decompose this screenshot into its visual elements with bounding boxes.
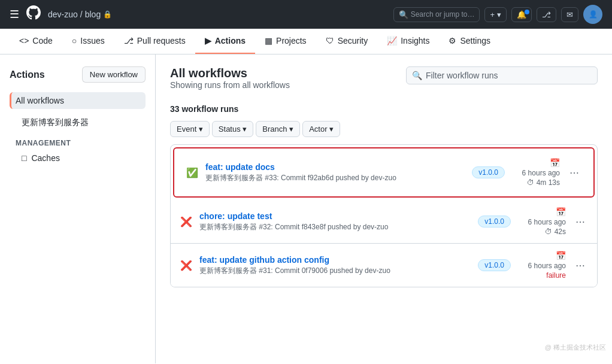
hamburger-menu[interactable]: ☰: [10, 8, 19, 21]
more-options-button[interactable]: ⋯: [567, 165, 581, 181]
sidebar-item-update-blog[interactable]: 更新博客到服务器: [10, 114, 146, 132]
main-content: All workflows Showing runs from all work…: [156, 54, 612, 363]
clock-icon: ⏱: [527, 178, 534, 187]
workflow-info: chore: update test 更新博客到服务器 #32: Commit …: [199, 211, 471, 232]
workflow-run-row[interactable]: ❌ chore: update test 更新博客到服务器 #32: Commi…: [171, 200, 597, 244]
workflow-tag: v1.0.0: [472, 166, 505, 178]
status-success-icon: ✅: [186, 167, 198, 178]
tab-settings-label: Settings: [460, 36, 490, 46]
notification-button[interactable]: 🔔: [511, 7, 532, 22]
dropdown-arrow: ▾: [497, 10, 501, 19]
workflow-tag: v1.0.0: [478, 259, 511, 271]
tab-security[interactable]: 🛡 Security: [316, 29, 378, 54]
sidebar: Actions New workflow All workflows 更新博客到…: [0, 54, 156, 363]
sidebar-title: Actions: [10, 69, 45, 80]
workflow-run-row[interactable]: ✅ feat: update docs 更新博客到服务器 #33: Commit…: [177, 151, 591, 194]
event-filter-label: Event ▾: [177, 125, 203, 134]
search-button[interactable]: 🔍 Search or jump to…: [393, 7, 480, 22]
calendar-icon: 📅: [550, 158, 560, 168]
sidebar-item-all-workflows[interactable]: All workflows: [10, 92, 146, 109]
inbox-icon: ✉: [566, 10, 573, 19]
workflow-duration: ⏱ 42s: [545, 228, 566, 236]
pr-icon: ⎇: [124, 36, 134, 46]
tab-actions-label: Actions: [215, 36, 246, 46]
inbox-button[interactable]: ✉: [561, 7, 578, 22]
event-filter-button[interactable]: Event ▾: [170, 121, 210, 137]
tab-issues[interactable]: ○ Issues: [62, 29, 114, 54]
workflow-run-name[interactable]: chore: update test: [199, 211, 471, 221]
tab-pr-label: Pull requests: [137, 36, 186, 46]
workflow-run-name[interactable]: feat: update docs: [205, 162, 465, 172]
workflow-time: 6 hours ago: [522, 169, 560, 177]
clock-icon: ⏱: [545, 228, 552, 236]
workflow-time-section: 📅 6 hours ago ⏱ 42s: [518, 207, 566, 236]
avatar[interactable]: 👤: [583, 5, 602, 24]
github-logo[interactable]: [26, 5, 41, 23]
filter-wrap: 🔍: [406, 66, 598, 84]
repo-name-link[interactable]: blog: [85, 10, 101, 19]
new-workflow-button[interactable]: New workflow: [82, 66, 146, 83]
tab-code[interactable]: <> Code: [10, 29, 62, 54]
workflow-item-label: 更新博客到服务器: [22, 117, 89, 128]
more-options-button[interactable]: ⋯: [573, 257, 587, 274]
more-options-button[interactable]: ⋯: [573, 214, 587, 230]
actor-filter-button[interactable]: Actor ▾: [302, 121, 340, 137]
workflow-run-name[interactable]: feat: update github action config: [199, 255, 471, 265]
tab-settings[interactable]: ⚙ Settings: [439, 29, 500, 54]
notification-dot: [525, 10, 529, 14]
main-layout: Actions New workflow All workflows 更新博客到…: [0, 54, 612, 363]
tab-projects-label: Projects: [276, 36, 307, 46]
filter-bar: Event ▾ Status ▾ Branch ▾ Actor ▾: [170, 121, 598, 137]
actor-filter-label: Actor ▾: [309, 125, 334, 134]
settings-icon: ⚙: [449, 36, 456, 46]
filter-search-icon: 🔍: [412, 71, 422, 80]
workflow-run-meta: 更新博客到服务器 #33: Commit f92ab6d pushed by d…: [205, 173, 465, 183]
tab-actions[interactable]: ▶ Actions: [195, 29, 255, 54]
lock-icon: 🔒: [103, 10, 112, 19]
failure-text: failure: [546, 271, 566, 280]
page-title: All workflows: [170, 66, 290, 80]
new-menu-button[interactable]: + ▾: [484, 7, 507, 22]
workflow-run-meta: 更新博客到服务器 #32: Commit f843e8f pushed by d…: [199, 222, 471, 232]
tab-code-label: Code: [32, 36, 52, 46]
all-workflows-label: All workflows: [16, 96, 64, 105]
workflow-tag: v1.0.0: [478, 216, 511, 228]
workflow-count: 33 workflow runs: [170, 104, 598, 114]
top-navigation: ☰ dev-zuo / blog 🔒 🔍 Search or jump to… …: [0, 0, 612, 29]
tab-projects[interactable]: ▦ Projects: [255, 29, 316, 54]
projects-icon: ▦: [265, 36, 272, 46]
plus-label: +: [490, 10, 495, 19]
workflow-runs-table: ✅ feat: update docs 更新博客到服务器 #33: Commit…: [170, 144, 598, 287]
workflow-duration: ⏱ 4m 13s: [527, 178, 560, 187]
workflow-info: feat: update github action config 更新博客到服…: [199, 255, 471, 276]
workflow-row-highlighted: ✅ feat: update docs 更新博客到服务器 #33: Commit…: [173, 147, 595, 198]
branch-filter-button[interactable]: Branch ▾: [256, 121, 300, 137]
status-filter-label: Status ▾: [219, 125, 247, 134]
caches-label: Caches: [31, 153, 59, 163]
management-section-title: Management: [10, 132, 146, 150]
caches-icon: □: [22, 153, 26, 163]
tab-pullrequests[interactable]: ⎇ Pull requests: [114, 29, 195, 54]
tab-security-label: Security: [338, 36, 368, 46]
tab-insights[interactable]: 📈 Insights: [377, 29, 439, 54]
sidebar-item-caches[interactable]: □ Caches: [10, 150, 146, 166]
actions-icon: ▶: [205, 36, 211, 46]
search-icon: 🔍: [399, 10, 408, 19]
security-icon: 🛡: [326, 36, 334, 46]
issues-icon: ○: [72, 36, 77, 46]
repo-path: dev-zuo / blog 🔒: [48, 10, 112, 19]
repo-owner-link[interactable]: dev-zuo: [48, 10, 78, 19]
sidebar-header: Actions New workflow: [10, 66, 146, 83]
page-subtitle: Showing runs from all workflows: [170, 80, 290, 90]
search-label: Search or jump to…: [411, 10, 475, 19]
filter-input[interactable]: [406, 66, 598, 84]
workflow-time-section: 📅 6 hours ago failure: [518, 251, 566, 280]
workflow-run-row[interactable]: ❌ feat: update github action config 更新博客…: [171, 244, 597, 287]
status-failure-icon: ❌: [180, 260, 192, 271]
calendar-icon: 📅: [556, 207, 566, 217]
calendar-icon: 📅: [556, 251, 566, 260]
workflow-run-meta: 更新博客到服务器 #31: Commit 0f79006 pushed by d…: [199, 266, 471, 276]
status-filter-button[interactable]: Status ▾: [212, 121, 253, 137]
insights-icon: 📈: [387, 36, 397, 46]
merge-button[interactable]: ⎇: [537, 7, 556, 22]
